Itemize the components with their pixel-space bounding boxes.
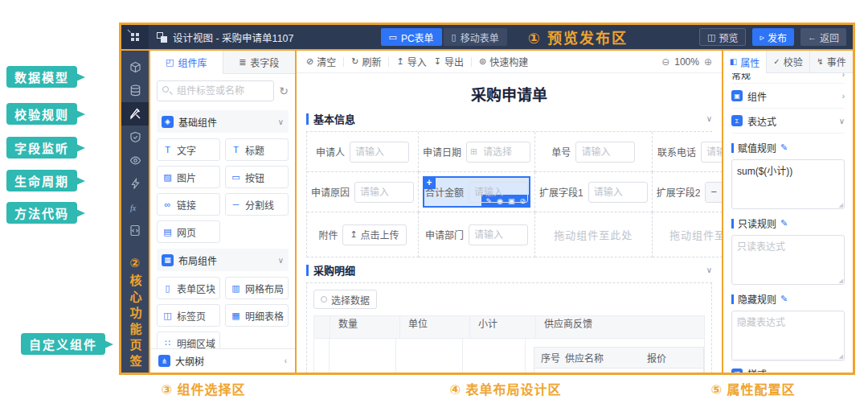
field-watch-eye-icon[interactable] xyxy=(121,149,149,172)
component-item-link[interactable]: ∞ 链接 xyxy=(157,193,220,216)
back-button[interactable]: ← 返回 xyxy=(800,28,846,46)
column-header-subtotal: 小计 xyxy=(470,316,536,338)
order-no-input[interactable] xyxy=(575,142,635,163)
phone-input[interactable] xyxy=(701,142,722,163)
tab-table-fields[interactable]: ≣ 表字段 xyxy=(223,51,296,74)
supplier-col-name: 供应名称 xyxy=(562,351,644,364)
export-icon: ↧ xyxy=(434,57,441,66)
row-style[interactable]: ◨ 样式 › xyxy=(731,360,845,373)
hidden-rule-textarea[interactable]: 隐藏表达式 xyxy=(731,311,845,360)
supplier-col-seq: 序号 xyxy=(534,351,562,364)
field-order-no[interactable]: 单号 xyxy=(535,132,653,172)
field-apply-date[interactable]: 申请日期 ⊞ xyxy=(419,132,535,172)
readonly-rule-label: 只读规则 ✎ xyxy=(731,216,845,230)
edit-icon[interactable]: ✎ xyxy=(780,218,788,229)
field-ext2[interactable]: 扩展字段2 − + xyxy=(653,172,722,212)
supplier-row: 1 请选择 ∨ xyxy=(534,369,703,373)
form-block-icon: ▯ xyxy=(162,283,173,294)
reason-input[interactable] xyxy=(354,182,414,203)
zoom-in-button[interactable]: ⊕ xyxy=(704,56,712,68)
component-item-grid-layout[interactable]: ▥ 网格布局 xyxy=(225,277,289,299)
check-icon: ✓ xyxy=(773,58,780,66)
component-item-tab-page[interactable]: ◫ 标签页 xyxy=(157,304,220,327)
stepper-minus-button[interactable]: − xyxy=(706,183,722,202)
form-designer-icon[interactable] xyxy=(121,102,149,126)
component-item-detail-area[interactable]: ∷ 明细区域 xyxy=(157,331,220,348)
component-item-divider[interactable]: ─ 分割线 xyxy=(225,193,289,216)
tab-validation[interactable]: ✓ 校验 xyxy=(766,51,809,73)
detail-section-header[interactable]: 采购明细 ∨ xyxy=(306,262,712,278)
component-item-button[interactable]: ▭ 按钮 xyxy=(225,166,289,188)
callout-method-code: 方法代码 xyxy=(6,202,77,224)
readonly-rule-textarea[interactable]: 只读表达式 xyxy=(731,235,845,285)
drop-zone[interactable]: 拖动组件至此处 xyxy=(535,212,653,257)
upload-button[interactable]: ↥ 点击上传 xyxy=(342,224,406,245)
app-logo-icon xyxy=(157,32,167,43)
clear-button[interactable]: ⊘ 清空 xyxy=(306,55,336,68)
field-reason[interactable]: 申请原因 xyxy=(307,172,419,212)
component-item-webpage[interactable]: ▤ 网页 xyxy=(157,220,220,243)
ext1-input[interactable] xyxy=(588,182,648,203)
lifecycle-lightning-icon[interactable] xyxy=(121,172,149,196)
tab-events[interactable]: ↯ 事件 xyxy=(809,51,853,73)
field-applicant[interactable]: 申请人 xyxy=(307,132,419,172)
library-list: ◈ 基础组件 ∨ T 文字 T 标题 ▨ 图片 xyxy=(150,105,295,348)
component-item-text[interactable]: T 文字 xyxy=(157,138,220,161)
drop-zone[interactable]: 拖动组件至此处 xyxy=(653,212,722,257)
section-layout-components[interactable]: ▦ 布局组件 ∨ xyxy=(157,249,289,271)
applicant-input[interactable] xyxy=(350,142,409,163)
refresh-button[interactable]: ↻ 刷新 xyxy=(351,55,381,68)
component-item-image[interactable]: ▨ 图片 xyxy=(157,166,220,188)
chevron-down-icon: ∨ xyxy=(839,117,845,126)
basic-info-section-header[interactable]: 基本信息 ∨ xyxy=(306,111,712,126)
field-department[interactable]: 申请部门 xyxy=(419,212,535,257)
custom-component-doc-icon[interactable] xyxy=(121,219,149,242)
tab-component-library[interactable]: ◰ 组件库 xyxy=(150,51,223,74)
department-input[interactable] xyxy=(469,224,528,245)
component-icon: ▣ xyxy=(731,90,743,101)
preview-button[interactable]: ◫ 预览 xyxy=(699,28,746,46)
refresh-icon[interactable]: ↻ xyxy=(279,84,289,97)
hidden-rule-label: 隐藏规则 ✎ xyxy=(731,292,845,306)
row-expression[interactable]: Σ 表达式 ∨ xyxy=(731,109,845,134)
outline-tree-icon: ⋔ xyxy=(158,355,170,367)
column-header-supplier: 供应商反馈 xyxy=(536,316,704,338)
quick-build-button[interactable]: ⊚ 快速构建 xyxy=(479,55,528,68)
component-item-form-block[interactable]: ▯ 表单区块 xyxy=(157,277,220,299)
component-item-title[interactable]: T 标题 xyxy=(225,138,289,161)
callout-custom-component: 自定义组件 xyxy=(21,333,105,355)
edit-icon[interactable]: ✎ xyxy=(780,142,788,153)
tab-pc-form[interactable]: ▭ PC表单 xyxy=(381,28,442,46)
field-attachment[interactable]: 附件 ↥ 点击上传 xyxy=(307,212,419,257)
outline-tree-bar[interactable]: ⋔ 大纲树 ‹ xyxy=(150,348,295,373)
field-ext1[interactable]: 扩展字段1 xyxy=(535,172,653,212)
assign-rule-textarea[interactable]: sum($(小计)) xyxy=(731,159,845,209)
export-button[interactable]: ↧ 导出 xyxy=(434,55,464,68)
search-icon xyxy=(162,86,169,93)
data-model-icon[interactable] xyxy=(121,79,149,102)
components-cube-icon[interactable] xyxy=(121,56,149,79)
import-button[interactable]: ↥ 导入 xyxy=(396,55,426,68)
chevron-down-icon: ∨ xyxy=(278,256,284,265)
field-total-selected[interactable]: + ✎ ◉ ▣ ⊘ 合计金额 xyxy=(419,172,535,212)
row-component[interactable]: ▣ 组件 › xyxy=(731,84,845,109)
tab-mobile-form[interactable]: ▯ 移动表单 xyxy=(444,28,507,46)
select-data-button[interactable]: 选择数据 xyxy=(313,290,377,309)
component-search-input[interactable] xyxy=(157,80,274,101)
zoom-out-button[interactable]: ⊖ xyxy=(661,56,669,68)
calendar-icon: ⊞ xyxy=(470,146,477,157)
validation-rules-icon[interactable] xyxy=(121,126,149,149)
edit-icon[interactable]: ✎ xyxy=(780,294,788,304)
method-code-fx-icon[interactable]: fx xyxy=(121,196,149,219)
component-item-detail-table[interactable]: ▦ 明细表格 xyxy=(225,304,289,327)
app-menu-button[interactable] xyxy=(121,25,149,49)
publish-button[interactable]: ▹ 发布 xyxy=(752,28,794,46)
field-phone[interactable]: 联系电话 xyxy=(653,132,722,172)
section-basic-components[interactable]: ◈ 基础组件 ∨ xyxy=(157,110,289,133)
total-input[interactable] xyxy=(469,182,528,203)
stage: 数据模型 校验规则 字段监听 生命周期 方法代码 自定义组件 ③ 组件选择区 ④… xyxy=(0,0,868,420)
basic-info-grid: 申请人 申请日期 ⊞ 单号 xyxy=(306,131,712,257)
row-general-clipped[interactable]: 常规 › xyxy=(731,73,845,84)
tab-attributes[interactable]: ◧ 属性 xyxy=(723,51,766,73)
component-library-panel: ◰ 组件库 ≣ 表字段 ↻ xyxy=(150,51,297,373)
